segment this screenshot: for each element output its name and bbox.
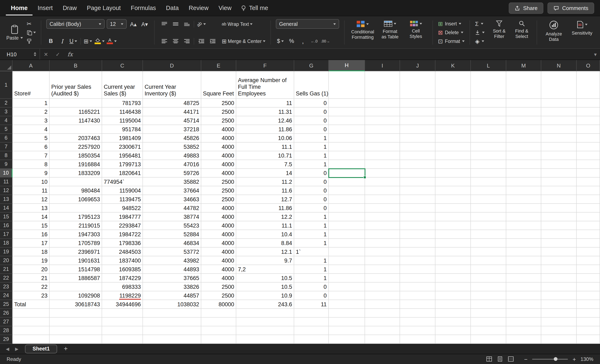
cell-E10[interactable]: 4000 — [201, 169, 236, 177]
cell-N27[interactable] — [541, 317, 577, 326]
conditional-formatting-button[interactable]: Conditional Formatting — [350, 19, 376, 46]
cell-B6[interactable]: 2037463 — [50, 134, 102, 142]
cell-L1[interactable] — [471, 71, 506, 99]
column-header-K[interactable]: K — [435, 60, 471, 71]
cell-L19[interactable] — [471, 248, 506, 256]
cell-D2[interactable]: 48725 — [143, 99, 201, 108]
cell-N28[interactable] — [541, 326, 577, 335]
cell-L3[interactable] — [471, 108, 506, 116]
cell-O14[interactable] — [577, 204, 600, 213]
cell-G27[interactable] — [294, 317, 329, 326]
row-header-7[interactable]: 7 — [0, 142, 12, 151]
cell-A23[interactable]: 22 — [12, 282, 50, 291]
cell-K17[interactable] — [435, 230, 471, 239]
cell-A15[interactable]: 14 — [12, 213, 50, 221]
cell-J11[interactable] — [400, 177, 435, 186]
cell-F6[interactable]: 10.06 — [236, 134, 294, 142]
cell-L28[interactable] — [471, 326, 506, 335]
cell-H13[interactable] — [329, 195, 365, 204]
fill-color-button[interactable] — [94, 36, 104, 46]
cell-M14[interactable] — [506, 204, 541, 213]
cell-N6[interactable] — [541, 134, 577, 142]
cell-E8[interactable]: 4000 — [201, 151, 236, 160]
cell-K14[interactable] — [435, 204, 471, 213]
cell-N10[interactable] — [541, 169, 577, 177]
cell-C15[interactable]: 1984777 — [102, 213, 143, 221]
row-header-5[interactable]: 5 — [0, 125, 12, 134]
cell-L2[interactable] — [471, 99, 506, 108]
cell-J18[interactable] — [400, 239, 435, 248]
cell-B19[interactable]: 2396971 — [50, 248, 102, 256]
name-box[interactable]: H10 — [0, 49, 40, 60]
cell-I28[interactable] — [365, 326, 400, 335]
cell-J2[interactable] — [400, 99, 435, 108]
cell-H12[interactable] — [329, 186, 365, 195]
row-header-25[interactable]: 25 — [0, 300, 12, 309]
cell-D3[interactable]: 44171 — [143, 108, 201, 116]
cell-I29[interactable] — [365, 335, 400, 344]
cell-L11[interactable] — [471, 177, 506, 186]
cell-G25[interactable]: 11 — [294, 300, 329, 309]
cell-I23[interactable] — [365, 282, 400, 291]
cell-A7[interactable]: 6 — [12, 142, 50, 151]
cell-styles-button[interactable]: Cell Styles — [404, 19, 428, 46]
cell-K9[interactable] — [435, 160, 471, 169]
cell-F12[interactable]: 11.6 — [236, 186, 294, 195]
cell-J20[interactable] — [400, 256, 435, 265]
cell-H18[interactable] — [329, 239, 365, 248]
cell-H15[interactable] — [329, 213, 365, 221]
cell-F21[interactable]: 7,2 — [236, 265, 294, 274]
cell-M20[interactable] — [506, 256, 541, 265]
copy-button[interactable] — [27, 29, 36, 36]
cell-D24[interactable]: 44857 — [143, 291, 201, 300]
cell-A11[interactable]: 10 — [12, 177, 50, 186]
cell-I16[interactable] — [365, 221, 400, 230]
share-button[interactable]: Share — [509, 2, 543, 14]
row-header-4[interactable]: 4 — [0, 116, 12, 125]
align-bottom-button[interactable] — [182, 19, 191, 29]
column-header-H[interactable]: H — [329, 60, 365, 71]
cell-H14[interactable] — [329, 204, 365, 213]
cell-D28[interactable] — [143, 326, 201, 335]
cell-E26[interactable] — [201, 309, 236, 317]
cell-F24[interactable]: 10.9 — [236, 291, 294, 300]
row-header-1[interactable]: 1 — [0, 71, 12, 99]
cell-J24[interactable] — [400, 291, 435, 300]
cell-M18[interactable] — [506, 239, 541, 248]
cell-A17[interactable]: 16 — [12, 230, 50, 239]
cell-B10[interactable]: 1833209 — [50, 169, 102, 177]
cell-B2[interactable] — [50, 99, 102, 108]
cell-N15[interactable] — [541, 213, 577, 221]
cell-F11[interactable]: 11.2 — [236, 177, 294, 186]
cell-D20[interactable]: 43982 — [143, 256, 201, 265]
page-layout-view-icon[interactable] — [497, 356, 503, 362]
cell-D8[interactable]: 49883 — [143, 151, 201, 160]
row-header-2[interactable]: 2 — [0, 99, 12, 108]
cell-E18[interactable]: 4000 — [201, 239, 236, 248]
cell-A27[interactable] — [12, 317, 50, 326]
cell-C11[interactable]: 774954` — [102, 177, 143, 186]
cell-E5[interactable]: 4000 — [201, 125, 236, 134]
cell-A9[interactable]: 8 — [12, 160, 50, 169]
cell-F15[interactable]: 12.2 — [236, 213, 294, 221]
cell-L23[interactable] — [471, 282, 506, 291]
cell-K21[interactable] — [435, 265, 471, 274]
cell-C13[interactable]: 1139475 — [102, 195, 143, 204]
cell-E3[interactable]: 2500 — [201, 108, 236, 116]
cell-N8[interactable] — [541, 151, 577, 160]
row-header-10[interactable]: 10 — [0, 169, 12, 177]
cell-F23[interactable]: 10.5 — [236, 282, 294, 291]
cell-I11[interactable] — [365, 177, 400, 186]
italic-button[interactable]: I — [57, 36, 67, 46]
align-right-button[interactable] — [182, 36, 191, 46]
cell-B22[interactable]: 1886587 — [50, 274, 102, 282]
cell-O24[interactable] — [577, 291, 600, 300]
cell-D7[interactable]: 53852 — [143, 142, 201, 151]
cell-B12[interactable]: 980484 — [50, 186, 102, 195]
cell-J15[interactable] — [400, 213, 435, 221]
cell-B11[interactable] — [50, 177, 102, 186]
cell-H9[interactable] — [329, 160, 365, 169]
cell-G8[interactable]: 1 — [294, 151, 329, 160]
cell-H10[interactable] — [329, 169, 365, 177]
cell-B25[interactable]: 30618743 — [50, 300, 102, 309]
